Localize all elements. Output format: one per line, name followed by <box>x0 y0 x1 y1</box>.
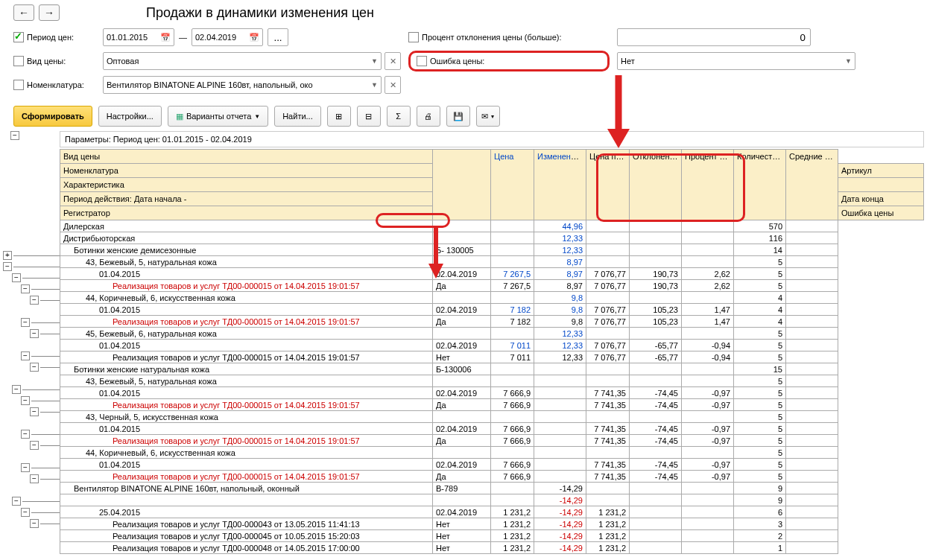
table-row[interactable]: 25.04.201502.04.20191 231,2-14,291 231,2… <box>60 506 924 518</box>
table-row[interactable]: Реализация товаров и услуг ТД00-000015 о… <box>60 435 924 447</box>
th-qty: Количество продано <box>734 150 786 220</box>
report-variants-button[interactable]: ▦ Варианты отчета ▼ <box>168 106 268 127</box>
table-row[interactable]: 43, Бежевый, 5, натуральная кожа5 <box>60 375 924 387</box>
table-row[interactable]: Реализация товаров и услуг ТД00-000015 о… <box>60 471 924 483</box>
date-from-input[interactable]: 📅 <box>103 28 174 46</box>
table-row[interactable]: Вентилятор BINATONE ALPINE 160вт, наполь… <box>60 483 924 494</box>
sum-button[interactable]: Σ <box>387 106 411 127</box>
nomenclature-select[interactable]: Вентилятор BINATONE ALPINE 160вт, наполь… <box>103 76 382 94</box>
table-row[interactable]: Реализация товаров и услуг ТД00-000015 о… <box>60 316 924 328</box>
percent-deviation-label: Процент отклонения цены (больше): <box>422 33 562 42</box>
th-sale-price: Цена продажи <box>586 150 630 220</box>
tree-toggle[interactable]: − <box>21 318 30 327</box>
period-checkbox[interactable] <box>13 32 24 42</box>
save-button[interactable]: 💾 <box>446 106 470 127</box>
table-row[interactable]: 01.04.201502.04.20197 666,97 741,35-74,4… <box>60 423 924 435</box>
table-row[interactable]: Реализация товаров и услуг ТД00-000015 о… <box>60 399 924 411</box>
table-row[interactable]: Реализация товаров и услуг ТД00-000043 о… <box>60 518 924 530</box>
price-type-select[interactable]: Оптовая ▼ <box>103 52 382 70</box>
tree-toggle[interactable]: − <box>3 262 12 271</box>
calendar-icon[interactable]: 📅 <box>249 33 259 42</box>
nomenclature-label: Номенклатура: <box>27 80 84 89</box>
tree-toggle[interactable]: − <box>21 284 30 293</box>
find-button[interactable]: Найти... <box>274 106 321 127</box>
nav-forward-button[interactable]: → <box>39 4 60 21</box>
th-change: Изменение цены в % <box>534 150 586 220</box>
tree-toggle[interactable]: − <box>12 497 21 506</box>
table-row[interactable]: Реализация товаров и услуг ТД00-000015 о… <box>60 280 924 292</box>
table-icon: ▦ <box>176 112 183 121</box>
percent-deviation-checkbox[interactable] <box>408 32 419 42</box>
nomenclature-checkbox[interactable] <box>13 80 24 90</box>
chevron-down-icon[interactable]: ▼ <box>845 57 852 65</box>
table-row[interactable]: 01.04.201502.04.20197 666,97 741,35-74,4… <box>60 387 924 399</box>
chevron-down-icon: ▼ <box>254 113 260 120</box>
tree-toggle[interactable]: − <box>21 463 30 472</box>
price-type-checkbox[interactable] <box>13 56 24 66</box>
price-error-label: Ошибка цены: <box>430 57 484 66</box>
table-row[interactable]: 43, Черный, 5, искусственная кожа5 <box>60 411 924 423</box>
calendar-icon[interactable]: 📅 <box>160 33 171 42</box>
th-avg: Средние продажи в день <box>786 150 838 220</box>
table-row[interactable]: Реализация товаров и услуг ТД00-000045 о… <box>60 530 924 542</box>
period-label: Период цен: <box>27 33 74 42</box>
tree-toggle[interactable]: − <box>30 519 39 528</box>
tree-toggle[interactable]: − <box>21 508 30 517</box>
percent-deviation-input[interactable] <box>617 28 811 46</box>
table-row[interactable]: 01.04.201502.04.20197 01112,337 076,77-6… <box>60 340 924 351</box>
table-row[interactable]: 44, Коричневый, 6, искусственная кожа5 <box>60 447 924 459</box>
table-row[interactable]: Ботинки женские натуральная кожаБ-130006… <box>60 363 924 375</box>
table-row[interactable]: Дистрибьюторская12,33116 <box>60 232 924 244</box>
date-to-input[interactable]: 📅 <box>192 28 263 46</box>
table-row[interactable]: 44, Коричневый, 6, искусственная кожа9,8… <box>60 292 924 304</box>
tree-toggle[interactable]: − <box>30 363 39 372</box>
table-row[interactable]: Дилерская44,96570 <box>60 220 924 232</box>
expand-all-button[interactable]: ⊞ <box>327 106 351 127</box>
table-row[interactable]: 01.04.201502.04.20197 1829,87 076,77105,… <box>60 304 924 316</box>
page-title: Продажи в динамики изменения цен <box>146 5 374 21</box>
table-row[interactable]: 43, Бежевый, 5, натуральная кожа8,975 <box>60 256 924 268</box>
table-row[interactable]: -14,299 <box>60 494 924 506</box>
table-row[interactable]: Реализация товаров и услуг ТД00-000048 о… <box>60 542 924 554</box>
th-price-type: Вид цены <box>60 150 433 164</box>
table-row[interactable]: 01.04.201502.04.20197 267,58,977 076,771… <box>60 268 924 280</box>
tree-toggle[interactable]: − <box>30 441 39 450</box>
nomenclature-clear-button[interactable]: ✕ <box>385 76 401 94</box>
th-deviation: Отклонение цены <box>630 150 682 220</box>
tree-toggle[interactable]: − <box>10 131 19 140</box>
table-row[interactable]: 01.04.201502.04.20197 666,97 741,35-74,4… <box>60 459 924 471</box>
generate-button[interactable]: Сформировать <box>13 106 92 127</box>
table-row[interactable]: Ботинки женские демисезонныеБ- 13000512,… <box>60 244 924 256</box>
tree-toggle[interactable]: − <box>30 329 39 338</box>
tree-toggle[interactable]: − <box>21 430 30 439</box>
tree-toggle[interactable]: − <box>30 296 39 305</box>
collapse-all-button[interactable]: ⊟ <box>357 106 381 127</box>
price-error-checkbox[interactable] <box>417 56 427 66</box>
price-error-select[interactable]: Нет ▼ <box>617 52 855 70</box>
params-line: Параметры: Период цен: 01.01.2015 - 02.0… <box>60 131 924 147</box>
price-type-clear-button[interactable]: ✕ <box>385 52 401 70</box>
th-price: Цена <box>491 150 534 220</box>
th-deviation-pct: Процент отклонения цены <box>682 150 734 220</box>
tree-toggle[interactable]: − <box>30 474 39 483</box>
tree-toggle[interactable]: − <box>21 396 30 405</box>
tree-toggle[interactable]: − <box>21 351 30 360</box>
nav-back-button[interactable]: ← <box>13 4 34 21</box>
email-button[interactable]: ✉▾ <box>476 106 500 127</box>
tree-toggle[interactable]: + <box>3 251 12 260</box>
print-button[interactable]: 🖨 <box>417 106 440 127</box>
price-type-label: Вид цены: <box>27 57 66 66</box>
table-row[interactable]: Реализация товаров и услуг ТД00-000015 о… <box>60 351 924 363</box>
chevron-down-icon[interactable]: ▼ <box>371 81 378 89</box>
report-table: Вид цены Цена Изменение цены в % Цена пр… <box>60 149 924 554</box>
chevron-down-icon[interactable]: ▼ <box>371 57 378 65</box>
period-ellipsis-button[interactable]: ... <box>268 28 288 46</box>
tree-toggle[interactable]: − <box>12 273 21 282</box>
tree-toggle[interactable]: − <box>12 385 21 394</box>
table-row[interactable]: 45, Бежевый, 6, натуральная кожа12,335 <box>60 328 924 340</box>
tree-toggle[interactable]: − <box>30 407 39 416</box>
settings-button[interactable]: Настройки... <box>98 106 162 127</box>
